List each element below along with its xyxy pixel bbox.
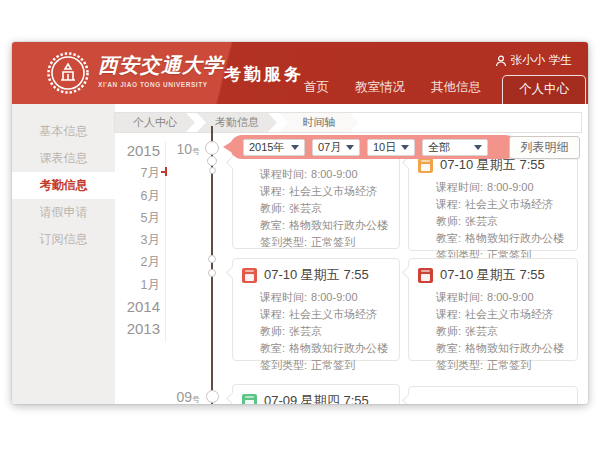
list-detail-button[interactable]: 列表明细 [509, 136, 580, 159]
day-label-09: 09号 [166, 389, 200, 404]
period-june[interactable]: 6月 [108, 185, 160, 207]
period-2013[interactable]: 2013 [108, 318, 160, 340]
timeline-node [205, 141, 219, 155]
attendance-card: 07-10 星期五 7:55 课程时间:8:00-9:00 课程:社会主义市场经… [232, 258, 400, 361]
breadcrumb-timeline[interactable]: 时间轴 [279, 113, 359, 132]
attendance-status-icon [242, 394, 257, 405]
attendance-card: 课程时间:8:00-9:00 课程:社会主义市场经济 教师:张芸京 教室:格物致… [232, 148, 400, 249]
day-select[interactable]: 10日 [367, 139, 415, 156]
chevron-down-icon [346, 145, 354, 150]
nav-item-home[interactable]: 首页 [304, 79, 329, 96]
user-name: 张小小 [511, 53, 546, 68]
timeline-node [206, 390, 219, 403]
sidebar-item-schedule-info[interactable]: 课表信息 [12, 145, 115, 172]
attendance-card: 07-09 星期四 7:55 [232, 384, 400, 404]
period-may[interactable]: 5月 [108, 207, 160, 229]
sidebar-item-subscription-info[interactable]: 订阅信息 [12, 226, 115, 253]
nav-item-classrooms[interactable]: 教室情况 [355, 79, 405, 96]
chevron-down-icon [474, 145, 482, 150]
nav-item-other-info[interactable]: 其他信息 [431, 79, 481, 96]
period-january[interactable]: 1月 [108, 274, 160, 296]
university-name: 西安交通大学 [98, 52, 224, 79]
period-2014[interactable]: 2014 [108, 296, 160, 318]
app-window: 西安交通大学 XI'AN JIAO TONG UNIVERSITY 考勤服务 张… [12, 42, 588, 404]
university-logo-icon [46, 51, 90, 95]
sidebar-item-leave-request[interactable]: 请假申请 [12, 199, 115, 226]
timeline-node [208, 255, 216, 263]
timeline-node [209, 167, 216, 174]
attendance-card [408, 386, 578, 404]
breadcrumb: 个人中心 考勤信息 时间轴 [114, 112, 582, 133]
chevron-down-icon [291, 145, 299, 150]
period-2015[interactable]: 2015 [108, 140, 160, 162]
chevron-down-icon [401, 145, 409, 150]
sidebar-item-basic-info[interactable]: 基本信息 [12, 118, 115, 145]
attendance-status-icon [418, 268, 433, 283]
timeline-node [208, 269, 216, 277]
month-select[interactable]: 07月 [312, 139, 360, 156]
attendance-card: 07-10 星期五 7:55 课程时间:8:00-9:00 课程:社会主义市场经… [408, 258, 578, 361]
period-july[interactable]: 7月 [108, 162, 160, 184]
attendance-status-icon [418, 158, 433, 173]
timeline-period-list: 2015 7月 6月 5月 3月 2月 1月 2014 2013 [108, 140, 160, 341]
period-march[interactable]: 3月 [108, 229, 160, 251]
card-date-title: 07-10 星期五 7:55 [264, 266, 369, 284]
main-nav: 首页 教室情况 其他信息 个人中心 [291, 75, 586, 104]
tab-personal-center[interactable]: 个人中心 [502, 75, 586, 104]
user-account[interactable]: 张小小 学生 [495, 53, 573, 68]
user-icon [495, 55, 507, 67]
year-select[interactable]: 2015年 [243, 139, 305, 156]
date-filter-bar: 2015年 07月 10日 全部 [230, 135, 517, 159]
day-label-10: 10号 [166, 141, 200, 157]
attendance-status-icon [242, 268, 257, 283]
timeline-node [207, 156, 217, 166]
university-name-block: 西安交通大学 XI'AN JIAO TONG UNIVERSITY [98, 52, 224, 88]
university-name-en: XI'AN JIAO TONG UNIVERSITY [98, 81, 224, 88]
sidebar-item-attendance-info[interactable]: 考勤信息 [12, 172, 115, 199]
period-february[interactable]: 2月 [108, 251, 160, 273]
type-select[interactable]: 全部 [422, 139, 488, 156]
sidebar: 基本信息 课表信息 考勤信息 请假申请 订阅信息 [12, 104, 115, 404]
header-bar: 西安交通大学 XI'AN JIAO TONG UNIVERSITY 考勤服务 张… [12, 42, 588, 104]
current-month-marker [161, 167, 167, 176]
user-role: 学生 [549, 53, 572, 68]
card-date-title: 07-10 星期五 7:55 [440, 266, 545, 284]
breadcrumb-attendance-info[interactable]: 考勤信息 [197, 113, 277, 132]
attendance-card: 07-10 星期五 7:55 课程时间:8:00-9:00 课程:社会主义市场经… [408, 148, 578, 251]
breadcrumb-personal-center[interactable]: 个人中心 [115, 113, 195, 132]
card-date-title: 07-09 星期四 7:55 [264, 392, 369, 404]
